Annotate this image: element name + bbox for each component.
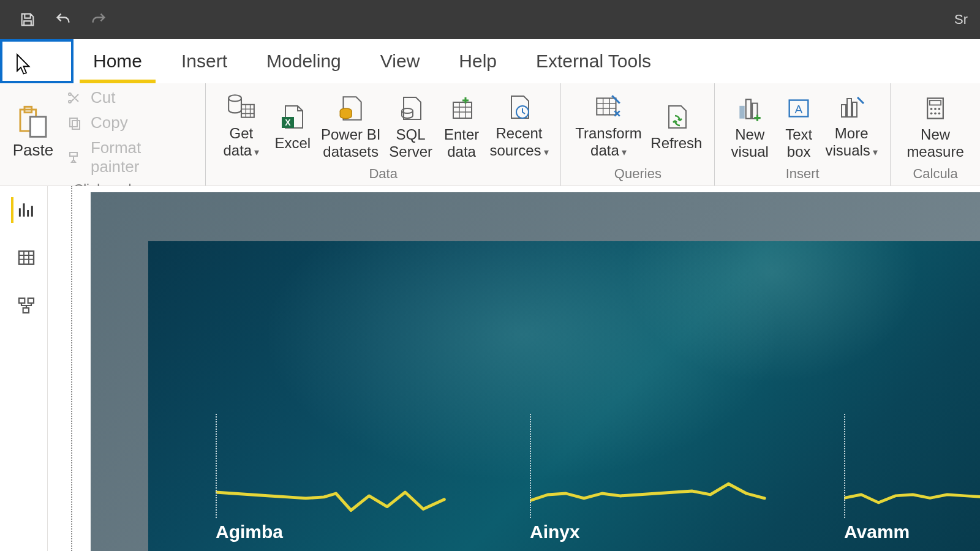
sql-server-button[interactable]: SQL Server xyxy=(387,89,435,160)
sparkline-chart xyxy=(530,469,771,518)
tab-help[interactable]: Help xyxy=(439,39,516,83)
tab-label: Modeling xyxy=(266,51,341,72)
sparkline-avamm[interactable]: Avamm xyxy=(844,469,980,542)
pbi-datasets-button[interactable]: Power BI datasets xyxy=(320,89,382,160)
svg-point-24 xyxy=(930,108,933,110)
more-visuals-button[interactable]: More visuals xyxy=(824,88,879,161)
recent-sources-button[interactable]: Recent sources xyxy=(489,88,550,161)
svg-rect-14 xyxy=(740,105,745,118)
format-painter-button[interactable]: Format painter xyxy=(66,138,194,176)
sparkline-label: Ainyx xyxy=(530,522,771,542)
svg-point-25 xyxy=(934,108,937,110)
svg-rect-2 xyxy=(30,116,46,137)
refresh-button[interactable]: Refresh xyxy=(649,98,703,152)
tab-modeling[interactable]: Modeling xyxy=(247,39,361,83)
btn-label: Enter data xyxy=(444,126,479,160)
view-switcher xyxy=(0,186,48,551)
ribbon-tabs: Home Insert Modeling View Help External … xyxy=(0,39,980,83)
group-insert: New visual A Text box More visuals Inser… xyxy=(715,83,891,186)
sparkline-agimba[interactable]: Agimba xyxy=(216,469,456,542)
tab-label: Home xyxy=(93,51,142,72)
svg-point-29 xyxy=(938,112,941,114)
redo-icon xyxy=(90,11,107,28)
group-calculations: New measure Calcula xyxy=(891,83,980,186)
model-view-icon xyxy=(17,296,36,315)
redo-button[interactable] xyxy=(83,7,114,32)
save-icon xyxy=(19,11,36,28)
get-data-button[interactable]: Get data xyxy=(217,88,266,161)
save-button[interactable] xyxy=(12,7,43,32)
tab-label: Insert xyxy=(181,51,227,72)
svg-text:X: X xyxy=(285,118,291,127)
copy-label: Copy xyxy=(91,113,128,132)
new-measure-button[interactable]: New measure xyxy=(902,89,969,160)
cut-label: Cut xyxy=(91,88,115,107)
tab-home[interactable]: Home xyxy=(74,39,162,83)
file-tab[interactable] xyxy=(0,39,74,83)
btn-label: SQL Server xyxy=(389,126,432,160)
ribbon: Paste Cut Copy Format painter Clipboard xyxy=(0,83,980,186)
sparklines-row: Agimba Ainyx Avamm xyxy=(216,469,980,542)
group-queries: Transform data Refresh Queries xyxy=(561,83,715,186)
canvas-area[interactable]: Agimba Ainyx Avamm xyxy=(48,186,980,551)
svg-text:A: A xyxy=(795,102,803,115)
report-page[interactable]: Agimba Ainyx Avamm xyxy=(148,241,980,551)
enter-data-button[interactable]: Enter data xyxy=(440,89,484,160)
svg-point-27 xyxy=(930,112,933,114)
tab-label: External Tools xyxy=(536,51,651,72)
svg-rect-11 xyxy=(453,102,472,118)
svg-rect-13 xyxy=(597,98,616,114)
text-box-button[interactable]: A Text box xyxy=(778,89,819,160)
report-canvas-bg: Agimba Ainyx Avamm xyxy=(91,192,980,551)
sparkline-chart xyxy=(844,469,980,518)
paste-label: Paste xyxy=(13,141,54,160)
data-view-button[interactable] xyxy=(11,245,37,271)
new-visual-icon xyxy=(734,93,766,124)
undo-button[interactable] xyxy=(48,7,78,32)
report-view-button[interactable] xyxy=(11,197,37,223)
group-label: Calcula xyxy=(891,166,980,186)
transform-data-button[interactable]: Transform data xyxy=(572,88,644,161)
titlebar-right-text: Sr xyxy=(954,12,968,28)
btn-label: Power BI datasets xyxy=(321,126,380,160)
group-label: Queries xyxy=(561,166,714,186)
transform-icon xyxy=(592,92,624,122)
format-painter-icon xyxy=(66,149,83,166)
svg-rect-30 xyxy=(19,251,34,264)
btn-label: New measure xyxy=(907,126,963,160)
tab-label: View xyxy=(380,51,420,72)
tab-external-tools[interactable]: External Tools xyxy=(516,39,671,83)
text-box-icon: A xyxy=(784,94,813,122)
new-visual-button[interactable]: New visual xyxy=(726,89,774,160)
btn-label: Text box xyxy=(785,126,812,160)
cut-icon xyxy=(66,89,83,107)
svg-rect-4 xyxy=(72,121,80,129)
database-grid-icon xyxy=(224,92,258,122)
sparkline-ainyx[interactable]: Ainyx xyxy=(530,469,771,542)
group-clipboard: Paste Cut Copy Format painter Clipboard xyxy=(0,83,206,186)
svg-point-28 xyxy=(934,112,937,114)
paste-button[interactable]: Paste xyxy=(11,105,55,160)
svg-rect-21 xyxy=(853,102,857,117)
model-view-button[interactable] xyxy=(11,293,37,318)
copy-icon xyxy=(66,114,83,132)
btn-label: New visual xyxy=(731,126,769,160)
btn-label: Excel xyxy=(274,135,311,152)
svg-rect-19 xyxy=(842,105,846,117)
paste-icon xyxy=(16,105,50,140)
workspace: Agimba Ainyx Avamm xyxy=(0,186,980,551)
cursor-icon xyxy=(13,53,36,75)
enter-data-icon xyxy=(447,93,477,124)
sql-icon xyxy=(396,93,426,124)
tab-insert[interactable]: Insert xyxy=(162,39,247,83)
gridline-icon xyxy=(216,414,217,518)
btn-label: Refresh xyxy=(650,135,702,152)
svg-rect-6 xyxy=(241,105,254,118)
cut-button[interactable]: Cut xyxy=(66,88,194,107)
tab-view[interactable]: View xyxy=(361,39,439,83)
gridline-icon xyxy=(844,414,845,518)
copy-button[interactable]: Copy xyxy=(66,113,194,132)
svg-rect-20 xyxy=(847,99,851,117)
excel-button[interactable]: X Excel xyxy=(271,98,315,152)
report-view-icon xyxy=(17,200,36,220)
